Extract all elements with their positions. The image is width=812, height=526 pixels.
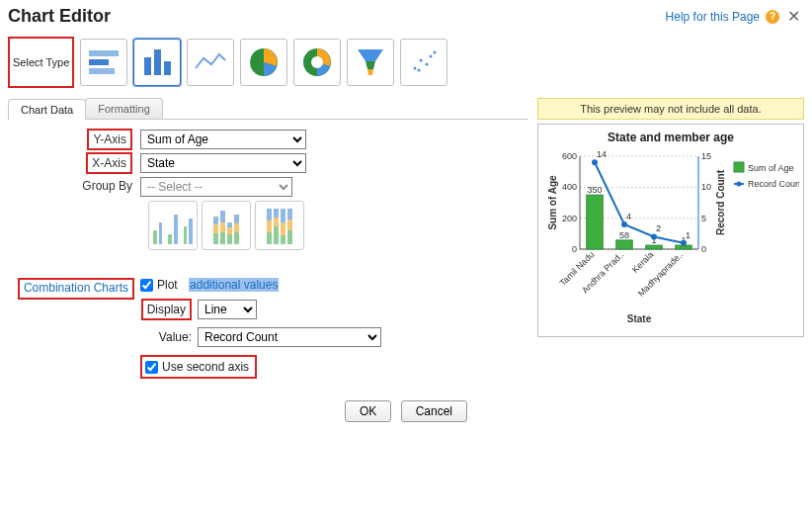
svg-rect-1: [89, 59, 109, 65]
yaxis-select[interactable]: Sum of Age: [140, 130, 306, 149]
svg-point-17: [418, 69, 421, 72]
scatter-icon: [409, 48, 439, 76]
groupby-label: Group By: [12, 177, 140, 193]
svg-point-8: [311, 56, 323, 68]
plot-additional-values-link[interactable]: additional values: [189, 278, 279, 292]
svg-point-45: [651, 233, 657, 239]
svg-text:0: 0: [572, 244, 577, 254]
hbar-icon: [87, 48, 121, 76]
xaxis-select[interactable]: State: [140, 153, 306, 173]
value-select[interactable]: Record Count: [198, 327, 381, 347]
svg-marker-11: [367, 69, 373, 75]
groupby-thumb-stacked[interactable]: [202, 201, 251, 250]
dialog-title: Chart Editor: [8, 6, 111, 27]
svg-text:200: 200: [562, 214, 577, 223]
funnel-icon: [356, 47, 385, 77]
svg-point-16: [434, 51, 437, 54]
svg-text:0: 0: [701, 244, 706, 254]
second-axis-checkbox[interactable]: [145, 361, 158, 374]
svg-marker-9: [358, 49, 383, 61]
chart-type-funnel[interactable]: [347, 39, 394, 86]
svg-rect-3: [144, 57, 151, 75]
svg-rect-5: [164, 61, 171, 75]
help-link[interactable]: Help for this Page: [666, 10, 760, 24]
chart-type-vbar[interactable]: [133, 39, 181, 86]
cancel-button[interactable]: Cancel: [401, 400, 467, 422]
svg-text:Record Count: Record Count: [748, 179, 799, 189]
chart-type-donut[interactable]: [293, 39, 341, 86]
chart-type-scatter[interactable]: [400, 39, 447, 86]
svg-rect-35: [616, 240, 633, 249]
combination-charts-label: Combination Charts: [18, 278, 134, 300]
svg-point-15: [430, 55, 433, 58]
groupby-thumb-100stacked[interactable]: [255, 201, 304, 250]
svg-point-41: [592, 159, 598, 165]
svg-text:2: 2: [656, 223, 661, 233]
svg-rect-2: [89, 68, 115, 74]
pie-icon: [248, 46, 280, 78]
dialog-footer: OK Cancel: [0, 393, 812, 436]
chart-type-hbar[interactable]: [80, 39, 127, 86]
chart-type-pie[interactable]: [240, 39, 287, 86]
svg-text:1: 1: [686, 230, 690, 240]
tab-formatting[interactable]: Formatting: [85, 98, 163, 119]
svg-text:Sum of Age: Sum of Age: [547, 175, 558, 230]
svg-text:4: 4: [626, 212, 631, 221]
help-icon[interactable]: ?: [766, 10, 779, 24]
plot-label: Plot: [157, 278, 178, 292]
svg-rect-0: [89, 50, 119, 56]
display-label: Display: [141, 299, 192, 320]
svg-text:5: 5: [701, 214, 706, 223]
svg-point-14: [426, 63, 429, 66]
close-icon[interactable]: ✕: [785, 7, 802, 26]
svg-text:15: 15: [701, 151, 711, 161]
svg-text:600: 600: [562, 151, 577, 161]
plot-checkbox[interactable]: [140, 279, 153, 292]
svg-point-59: [737, 182, 742, 187]
tab-chart-data[interactable]: Chart Data: [8, 99, 86, 120]
display-select[interactable]: Line: [198, 300, 257, 319]
donut-icon: [301, 46, 333, 78]
value-label: Value:: [140, 330, 198, 344]
svg-text:10: 10: [701, 182, 711, 192]
svg-text:State: State: [627, 313, 652, 324]
svg-point-43: [621, 221, 627, 227]
chart-type-line[interactable]: [187, 39, 234, 86]
groupby-thumbnails: [148, 201, 524, 250]
svg-text:350: 350: [587, 185, 602, 195]
select-type-label: Select Type: [8, 37, 74, 88]
svg-text:Kerala: Kerala: [630, 249, 655, 274]
svg-rect-56: [734, 162, 744, 172]
line-icon: [194, 48, 227, 76]
tabs: Chart Data Formatting: [8, 98, 528, 120]
svg-point-13: [420, 59, 423, 62]
chart-title: State and member age: [544, 131, 797, 144]
svg-text:400: 400: [562, 182, 577, 192]
vbar-icon: [140, 47, 174, 77]
svg-text:14: 14: [597, 149, 607, 159]
xaxis-label: X-Axis: [86, 152, 132, 174]
preview-notice: This preview may not include all data.: [537, 98, 804, 120]
svg-point-47: [681, 240, 687, 246]
ok-button[interactable]: OK: [345, 400, 391, 422]
svg-text:58: 58: [619, 230, 629, 240]
yaxis-label: Y-Axis: [87, 129, 132, 150]
chart-preview: State and member age 0200400600051015350…: [537, 124, 804, 337]
chart-svg: 0200400600051015350581114421Tamil NaduAn…: [544, 148, 799, 326]
svg-point-12: [414, 67, 417, 70]
svg-marker-10: [365, 61, 375, 69]
svg-rect-4: [154, 49, 161, 75]
svg-text:Sum of Age: Sum of Age: [748, 163, 794, 173]
second-axis-label: Use second axis: [162, 360, 249, 374]
svg-rect-33: [587, 195, 604, 249]
chart-type-row: Select Type: [0, 31, 812, 98]
svg-rect-37: [646, 245, 663, 249]
groupby-select[interactable]: -- Select --: [140, 177, 292, 197]
groupby-thumb-grouped[interactable]: [148, 201, 198, 250]
dialog-header: Chart Editor Help for this Page ? ✕: [0, 0, 812, 31]
svg-text:Record Count: Record Count: [715, 169, 726, 235]
